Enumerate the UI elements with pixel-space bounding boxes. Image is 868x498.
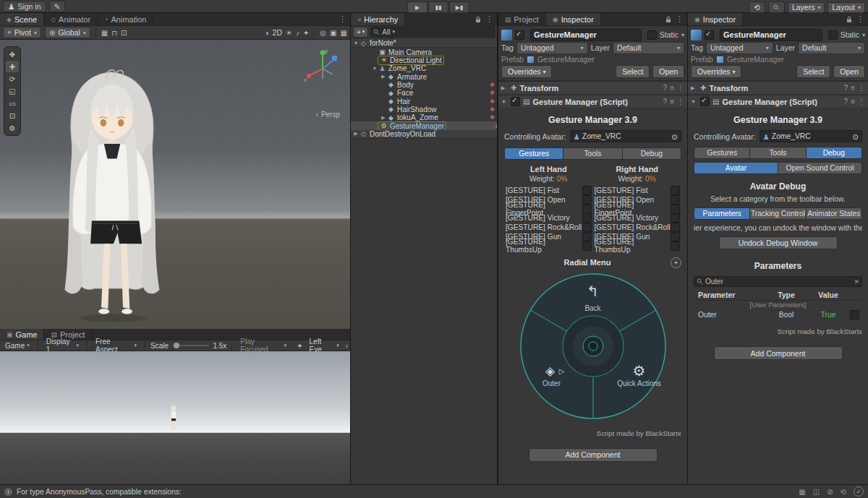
panel-menu-icon[interactable]: ⋮ xyxy=(676,14,684,24)
add-component-button[interactable]: Add Component xyxy=(714,346,843,360)
packages-icon[interactable]: ▦ xyxy=(799,488,805,496)
active-checkbox[interactable] xyxy=(705,30,714,40)
gesture-toggle[interactable] xyxy=(582,213,592,223)
chevron-down-icon[interactable]: ▼ xyxy=(371,66,378,71)
scene-orientation-gizmo[interactable]: x y xyxy=(301,46,344,92)
tab-hierarchy[interactable]: ≡ Hierarchy xyxy=(351,13,405,25)
status-message[interactable]: For type AnonymousPass, compatible exten… xyxy=(17,488,182,496)
active-checkbox[interactable] xyxy=(515,30,524,40)
scale-slider-knob[interactable] xyxy=(174,343,179,348)
gesture-toggle[interactable] xyxy=(671,195,680,205)
chevron-right-icon[interactable]: ▶ xyxy=(380,115,387,121)
grid-toggle-icon[interactable]: ▦ xyxy=(101,29,108,37)
kebab-menu-icon[interactable]: ⋮ xyxy=(677,84,684,92)
undock-debug-window-button[interactable]: Undock Debug Window xyxy=(719,236,838,249)
shading-mode-icon[interactable]: ◑ xyxy=(265,29,269,37)
hierarchy-item-gesturemanager[interactable]: ⚙ GestureManager › xyxy=(351,121,497,129)
object-picker-icon[interactable]: ⊙ xyxy=(671,132,678,141)
hierarchy-item-hairshadow[interactable]: ◆ HairShadow ❋ xyxy=(351,106,497,113)
global-dropdown[interactable]: ⊕ Global ▾ xyxy=(45,27,90,38)
play-focused-dropdown[interactable]: Play Focused ▾ xyxy=(237,341,289,350)
game-viewport[interactable] xyxy=(0,351,350,484)
gesture-toggle[interactable] xyxy=(671,205,680,214)
chevron-down-icon[interactable]: ▼ xyxy=(691,99,697,104)
gesture-toggle[interactable] xyxy=(582,186,592,195)
step-button[interactable]: ▶▮ xyxy=(449,1,469,13)
camera-settings-icon[interactable]: ▣ xyxy=(330,29,336,37)
gesture-manager-component-header[interactable]: ▼ ▤ Gesture Manager (Script) ? ≡ ⋮ xyxy=(688,95,868,108)
layout-dropdown[interactable]: Layout ▾ xyxy=(827,2,865,13)
scene-avatar-model[interactable] xyxy=(33,60,192,329)
hierarchy-item-body[interactable]: ◆ Body ❋ xyxy=(351,81,497,89)
plastic-scm-button[interactable]: ✎ xyxy=(49,1,66,12)
scene-effects-icon[interactable]: ✦ xyxy=(303,29,309,37)
object-name-field[interactable]: GestureManager xyxy=(530,29,642,41)
gesture-toggle[interactable] xyxy=(582,232,592,241)
hierarchy-item-armature[interactable]: ▶ ◆ Armature xyxy=(351,72,497,80)
select-button[interactable]: Select xyxy=(796,65,830,78)
chevron-right-icon[interactable]: ▶ xyxy=(380,74,387,80)
tab-animator-states[interactable]: Animator States xyxy=(807,207,862,220)
tag-dropdown[interactable]: Untagged ▾ xyxy=(516,42,588,54)
gesture-toggle[interactable] xyxy=(671,186,680,195)
stats-icon[interactable]: ✦ xyxy=(297,342,302,350)
select-button[interactable]: Select xyxy=(616,65,650,78)
transform-tool-button[interactable]: ⊡ xyxy=(6,110,19,121)
gesture-toggle[interactable] xyxy=(671,223,680,232)
radial-menu[interactable]: ↰ Back ◈ ▷ Outer ⚙ Quick Actions xyxy=(516,270,670,423)
tab-tracking-control[interactable]: Tracking Control xyxy=(750,207,806,220)
tag-dropdown[interactable]: Untagged ▾ xyxy=(706,42,773,54)
chevron-down-icon[interactable]: ▼ xyxy=(352,40,359,46)
chevron-down-icon[interactable]: ▾ xyxy=(862,32,865,38)
preset-icon[interactable]: ≡ xyxy=(851,84,855,92)
tab-open-sound-control[interactable]: Open Sound Control xyxy=(778,162,862,174)
outer-stamp-icon[interactable]: ◈ xyxy=(545,364,555,379)
pivot-dropdown[interactable]: ⌖ Pivot ▾ xyxy=(3,27,41,38)
gesture-toggle[interactable] xyxy=(582,195,592,205)
play-button[interactable]: ▶ xyxy=(407,1,427,13)
object-picker-icon[interactable]: ⊙ xyxy=(852,132,859,141)
tab-gestures[interactable]: Gestures xyxy=(504,147,563,160)
outer-play-icon[interactable]: ▷ xyxy=(559,367,565,375)
layer-dropdown[interactable]: Default ▾ xyxy=(613,42,684,54)
perspective-label[interactable]: ‹ Persp xyxy=(316,111,340,119)
aspect-dropdown[interactable]: Free Aspect ▾ xyxy=(93,341,140,350)
kebab-menu-icon[interactable]: ⋮ xyxy=(858,84,865,92)
snap-magnet-icon[interactable]: ⊓ xyxy=(111,29,117,37)
scale-tool-button[interactable]: ◱ xyxy=(6,85,19,97)
refresh-icon[interactable]: ⟲ xyxy=(841,488,846,496)
display-dropdown[interactable]: Display 1 ▾ xyxy=(43,341,82,350)
tab-inspector[interactable]: ◉ Inspector xyxy=(546,13,601,25)
tab-debug[interactable]: Debug xyxy=(623,147,681,160)
hand-tool-button[interactable]: ✥ xyxy=(6,48,19,60)
parameter-toggle[interactable] xyxy=(850,310,859,319)
hierarchy-item-zome-vrc[interactable]: ▼ ♟ Zome_VRC xyxy=(351,64,497,72)
tab-scene[interactable]: ◈ Scene xyxy=(0,13,44,25)
hierarchy-item-directional-light[interactable]: ☀ Directional Light xyxy=(351,56,497,64)
parameters-search-input[interactable]: Outer ✕ xyxy=(694,276,862,287)
mute-audio-icon[interactable]: ‹ xyxy=(346,342,348,350)
gesture-toggle[interactable] xyxy=(582,223,592,232)
hierarchy-item-hair[interactable]: ◆ Hair ❋ xyxy=(351,97,497,105)
hierarchy-item-tokua-zome[interactable]: ▶ ◆ tokuA_Zome ❋ xyxy=(351,113,497,121)
chevron-down-icon[interactable]: ▼ xyxy=(501,99,508,104)
global-search-button[interactable] xyxy=(768,1,785,13)
layer-dropdown[interactable]: Default ▾ xyxy=(798,42,865,54)
preset-icon[interactable]: ≡ xyxy=(851,98,855,106)
scene-visibility-icon[interactable]: ◎ xyxy=(320,29,326,37)
radial-back-label[interactable]: Back xyxy=(584,304,600,312)
overrides-dropdown[interactable]: Overrides ▾ xyxy=(691,65,741,78)
undo-history-button[interactable]: ⟲ xyxy=(749,1,765,13)
back-icon[interactable]: ↰ xyxy=(587,283,599,300)
panel-menu-icon[interactable]: ⋮ xyxy=(339,14,346,24)
game-mode-dropdown[interactable]: Game ▾ xyxy=(2,341,33,350)
tab-tools[interactable]: Tools xyxy=(750,147,806,159)
gesture-toggle[interactable] xyxy=(671,213,680,223)
kebab-menu-icon[interactable]: ⋮ xyxy=(677,98,684,106)
tab-project[interactable]: ▤ Project xyxy=(498,13,546,25)
help-icon[interactable]: ? xyxy=(663,98,668,106)
parameter-row[interactable]: Outer Bool True xyxy=(694,309,862,321)
scene-audio-icon[interactable]: ♪ xyxy=(296,29,299,37)
tab-animation[interactable]: ◔ Animation xyxy=(98,13,153,25)
quick-actions-gear-icon[interactable]: ⚙ xyxy=(633,362,646,379)
